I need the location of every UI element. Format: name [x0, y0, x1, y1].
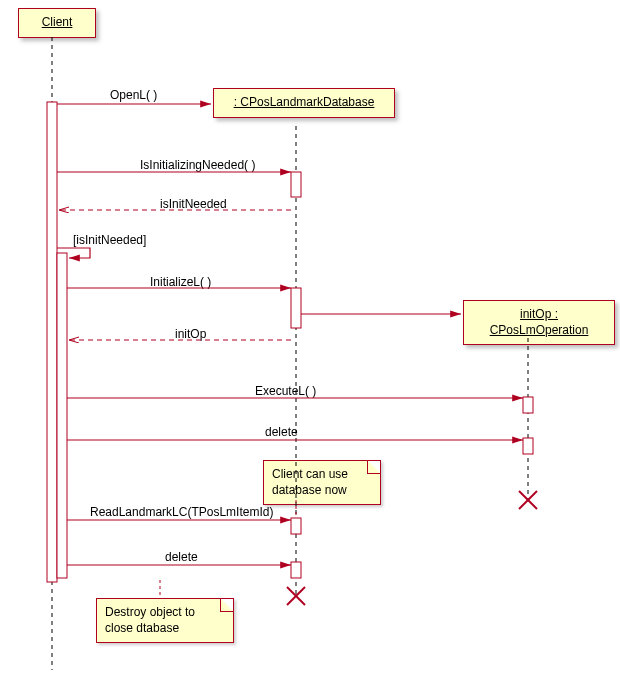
svg-rect-5: [291, 172, 301, 197]
svg-rect-9: [523, 397, 533, 413]
svg-rect-10: [523, 438, 533, 454]
svg-rect-6: [291, 288, 301, 328]
svg-rect-7: [291, 518, 301, 534]
svg-rect-4: [57, 253, 67, 578]
diagram-svg: [0, 0, 620, 688]
svg-rect-8: [291, 562, 301, 578]
svg-rect-3: [47, 102, 57, 582]
